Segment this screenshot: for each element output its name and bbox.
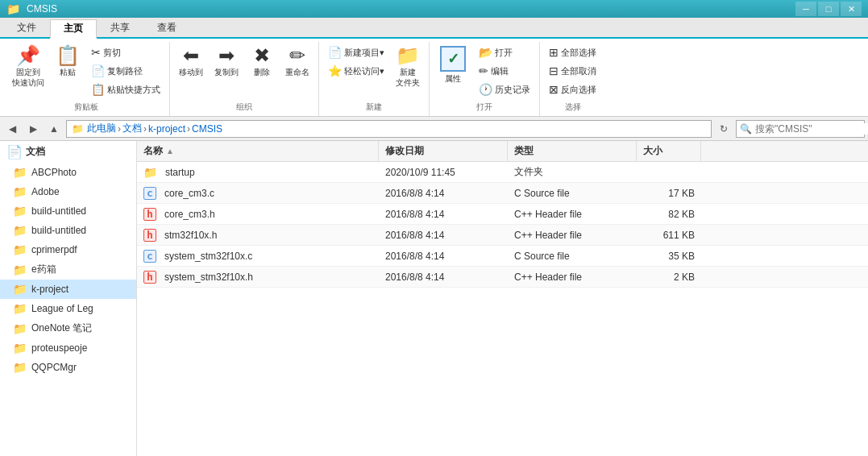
back-button[interactable]: ◀ <box>3 120 21 138</box>
sidebar-item-onenote[interactable]: 📁 OneNote 笔记 <box>0 318 136 338</box>
sidebar-label-onenote: OneNote 笔记 <box>31 321 92 335</box>
invert-button[interactable]: ⊠ 反向选择 <box>545 81 600 98</box>
refresh-button[interactable]: ↻ <box>715 120 733 138</box>
file-row[interactable]: h core_cm3.h 2016/8/8 4:14 C++ Header fi… <box>137 204 868 225</box>
sidebar-item-proteus[interactable]: 📁 proteuspeoje <box>0 338 136 358</box>
folder-icon-league: 📁 <box>13 302 27 315</box>
breadcrumb-kproject[interactable]: k-project <box>148 123 185 135</box>
copy-to-button[interactable]: ➡ 复制到 <box>210 44 243 80</box>
new-folder-button[interactable]: 📁 新建 文件夹 <box>392 44 424 90</box>
sidebar-item-build1[interactable]: 📁 build-untitled <box>0 201 136 221</box>
search-input[interactable] <box>755 123 868 135</box>
sidebar-item-cprimerpdf[interactable]: 📁 cprimerpdf <box>0 240 136 259</box>
file-row[interactable]: 📁 startup 2020/10/9 11:45 文件夹 <box>137 162 868 183</box>
cut-button[interactable]: ✂ 剪切 <box>87 44 164 61</box>
file-type: C++ Header file <box>508 270 637 284</box>
tab-file[interactable]: 文件 <box>3 18 50 37</box>
minimize-button[interactable]: ─ <box>795 2 816 16</box>
sidebar-item-kproject[interactable]: 📁 k-project <box>0 280 136 299</box>
file-name: h core_cm3.h <box>137 206 379 222</box>
header-name[interactable]: 名称 ▲ <box>137 141 379 161</box>
copy-to-icon: ➡ <box>218 46 235 65</box>
breadcrumb-pc[interactable]: 此电脑 <box>87 122 116 135</box>
maximize-button[interactable]: □ <box>818 2 839 16</box>
header-name-label: 名称 <box>143 144 163 158</box>
sidebar-title: 文档 <box>26 145 45 159</box>
new-content: 📄 新建项目▾ ⭐ 轻松访问▾ 📁 新建 文件夹 <box>324 42 424 100</box>
new-item-button[interactable]: 📄 新建项目▾ <box>324 44 388 61</box>
move-to-label: 移动到 <box>179 67 203 77</box>
folder-icon-cprimerpdf: 📁 <box>13 243 27 256</box>
sidebar-label-adobe: Adobe <box>31 186 60 197</box>
file-icon-container: 📁 startup <box>143 166 372 179</box>
select-none-button[interactable]: ⊟ 全部取消 <box>545 62 600 80</box>
title-bar: 📁 CMSIS ─ □ ✕ <box>0 0 868 18</box>
close-button[interactable]: ✕ <box>841 2 862 16</box>
checkmark-icon: ✓ <box>447 50 459 68</box>
sidebar-label-abcphoto: ABCPhoto <box>31 167 77 178</box>
clipboard-group: 📌 固定到 快速访问 📋 粘贴 ✂ 剪切 📄 复制路径 📋 <box>3 42 170 116</box>
file-row[interactable]: c core_cm3.c 2016/8/8 4:14 C Source file… <box>137 183 868 204</box>
edit-button[interactable]: ✏ 编辑 <box>475 62 534 80</box>
open-group: ✓ 属性 📂 打开 ✏ 编辑 🕐 历史记录 打开 <box>430 42 540 116</box>
breadcrumb-docs[interactable]: 文档 <box>123 122 142 135</box>
file-rows-container: 📁 startup 2020/10/9 11:45 文件夹 c core_cm3… <box>137 162 868 288</box>
file-type: C Source file <box>508 249 637 263</box>
address-path[interactable]: 📁 此电脑 › 文档 › k-project › CMSIS <box>66 120 712 138</box>
file-name: c core_cm3.c <box>137 185 379 201</box>
properties-button[interactable]: ✓ 属性 <box>434 44 471 87</box>
delete-icon: ✖ <box>254 46 270 65</box>
copy-path-button[interactable]: 📄 复制路径 <box>87 62 164 80</box>
tab-home[interactable]: 主页 <box>50 19 97 39</box>
sidebar-item-eyixiang[interactable]: 📁 e药箱 <box>0 259 136 280</box>
folder-icon-abcphoto: 📁 <box>13 166 27 179</box>
file-name-text: startup <box>165 167 195 178</box>
cut-icon: ✂ <box>91 46 101 59</box>
select-label: 选择 <box>565 100 581 116</box>
sidebar-item-qqpcmgr[interactable]: 📁 QQPCMgr <box>0 358 136 377</box>
sidebar-item-league[interactable]: 📁 League of Leg <box>0 299 136 318</box>
header-date[interactable]: 修改日期 <box>379 141 508 161</box>
sidebar-item-adobe[interactable]: 📁 Adobe <box>0 182 136 201</box>
sidebar-item-build2[interactable]: 📁 build-untitled <box>0 221 136 240</box>
tab-share[interactable]: 共享 <box>97 18 143 37</box>
open-content: ✓ 属性 📂 打开 ✏ 编辑 🕐 历史记录 <box>434 42 534 100</box>
select-all-button[interactable]: ⊞ 全部选择 <box>545 44 600 61</box>
folder-icon-kproject: 📁 <box>13 283 27 296</box>
file-name-text: core_cm3.h <box>164 209 215 220</box>
documents-icon: 📄 <box>6 144 23 160</box>
new-group: 📄 新建项目▾ ⭐ 轻松访问▾ 📁 新建 文件夹 新建 <box>319 42 430 116</box>
move-to-icon: ⬅ <box>183 46 199 65</box>
file-size: 611 KB <box>637 228 701 243</box>
file-type: C++ Header file <box>508 228 637 243</box>
sidebar-item-abcphoto[interactable]: 📁 ABCPhoto <box>0 163 136 182</box>
file-date: 2016/8/8 4:14 <box>379 207 508 222</box>
tab-view[interactable]: 查看 <box>143 18 190 37</box>
folder-icon-build1: 📁 <box>13 205 27 218</box>
paste-button[interactable]: 📋 粘贴 <box>52 44 84 80</box>
properties-label: 属性 <box>445 73 461 85</box>
rename-button[interactable]: ✏ 重命名 <box>281 44 314 80</box>
file-row[interactable]: c system_stm32f10x.c 2016/8/8 4:14 C Sou… <box>137 246 868 267</box>
pin-button[interactable]: 📌 固定到 快速访问 <box>8 44 48 90</box>
forward-button[interactable]: ▶ <box>24 120 42 138</box>
search-box[interactable]: 🔍 <box>736 120 865 138</box>
file-row[interactable]: h stm32f10x.h 2016/8/8 4:14 C++ Header f… <box>137 225 868 246</box>
open-button[interactable]: 📂 打开 <box>475 44 534 61</box>
paste-shortcut-button[interactable]: 📋 粘贴快捷方式 <box>87 81 164 98</box>
easy-access-button[interactable]: ⭐ 轻松访问▾ <box>324 62 388 80</box>
properties-icon: ✓ <box>440 46 466 72</box>
move-to-button[interactable]: ⬅ 移动到 <box>175 44 207 80</box>
breadcrumb-cmsis[interactable]: CMSIS <box>192 123 222 135</box>
history-button[interactable]: 🕐 历史记录 <box>475 81 534 98</box>
file-type: C Source file <box>508 186 637 201</box>
file-date: 2016/8/8 4:14 <box>379 228 508 243</box>
delete-button[interactable]: ✖ 删除 <box>246 44 278 80</box>
header-size[interactable]: 大小 <box>637 141 701 161</box>
folder-icon-adobe: 📁 <box>13 185 27 198</box>
organize-label: 组织 <box>236 100 252 116</box>
ribbon: 📌 固定到 快速访问 📋 粘贴 ✂ 剪切 📄 复制路径 📋 <box>0 39 868 117</box>
up-button[interactable]: ▲ <box>45 120 63 138</box>
file-row[interactable]: h system_stm32f10x.h 2016/8/8 4:14 C++ H… <box>137 267 868 288</box>
header-type[interactable]: 类型 <box>508 141 637 161</box>
